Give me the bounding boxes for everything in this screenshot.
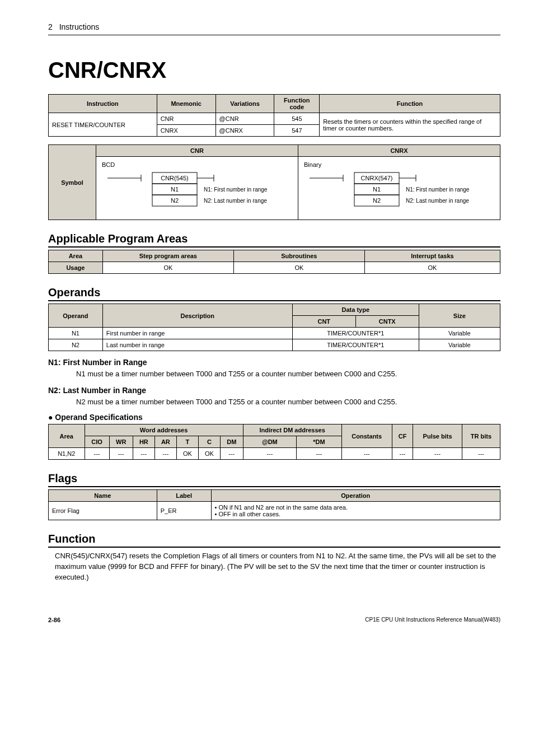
- svg-text:N2: Last number in range: N2: Last number in range: [204, 198, 267, 204]
- areas-h-1: Step program areas: [102, 250, 233, 262]
- symbol-cnr-diagram: CNR(545) N1 N2 N1: First number in range…: [102, 170, 292, 214]
- instr-mn-1: CNRX: [157, 125, 216, 137]
- instr-h-instruction: Instruction: [49, 95, 157, 113]
- areas-h-2: Subroutines: [233, 250, 364, 262]
- instr-var-1: @CNRX: [216, 125, 274, 137]
- svg-text:N2: Last number in range: N2: Last number in range: [406, 198, 469, 204]
- symbol-row-label: Symbol: [49, 145, 96, 220]
- n1-text: N1 must be a timer number between T000 a…: [76, 369, 500, 379]
- page-header: 2 Instructions: [48, 22, 500, 35]
- chapter-number: 2: [48, 22, 53, 31]
- os-h-c: C: [198, 436, 220, 448]
- os-r-t: OK: [176, 448, 198, 460]
- svg-text:N2: N2: [171, 197, 179, 204]
- fl-h-label: Label: [157, 490, 211, 502]
- chapter-title: Instructions: [59, 22, 100, 31]
- op-r1-desc: Last number in range: [102, 339, 292, 351]
- instr-name: RESET TIMER/COUNTER: [49, 113, 157, 137]
- footer-manual: CP1E CPU Unit Instructions Reference Man…: [365, 617, 500, 623]
- areas-v-0: OK: [102, 262, 233, 274]
- os-h-atdm: @DM: [243, 436, 297, 448]
- os-h-cio: CIO: [85, 436, 109, 448]
- os-r-const: ---: [341, 448, 392, 460]
- n1-title: N1: First Number in Range: [48, 358, 500, 367]
- fl-h-name: Name: [49, 490, 157, 502]
- symbol-cnr-header: CNR: [96, 145, 298, 157]
- instruction-table: Instruction Mnemonic Variations Function…: [48, 94, 500, 137]
- instr-code-1: 547: [274, 125, 320, 137]
- symbol-cnr-cell: BCD CNR(545) N1 N2 N1: First number in r…: [96, 157, 298, 220]
- op-h-dtype: Data type: [292, 304, 419, 316]
- instr-mn-0: CNR: [157, 113, 216, 125]
- svg-text:N2: N2: [373, 197, 381, 204]
- op-h-cntx: CNTX: [355, 316, 419, 328]
- op-h-size: Size: [419, 304, 500, 328]
- areas-title: Applicable Program Areas: [48, 232, 500, 248]
- os-r-atdm: ---: [243, 448, 297, 460]
- instr-h-mnemonic: Mnemonic: [157, 95, 216, 113]
- os-r-wr: ---: [109, 448, 133, 460]
- flags-title: Flags: [48, 472, 500, 487]
- op-r1-size: Variable: [419, 339, 500, 351]
- os-h-ar: AR: [154, 436, 176, 448]
- os-r-cio: ---: [85, 448, 109, 460]
- instr-h-function: Function: [320, 95, 500, 113]
- areas-table: Area Step program areas Subroutines Inte…: [48, 250, 500, 274]
- op-r0-desc: First number in range: [102, 328, 292, 339]
- symbol-table: Symbol CNR CNRX BCD CNR(545) N1 N2 N1: [48, 144, 500, 220]
- operands-table: Operand Description Data type Size CNT C…: [48, 304, 500, 351]
- op-r0-op: N1: [49, 328, 103, 339]
- op-h-desc: Description: [102, 304, 292, 328]
- os-h-word: Word addresses: [85, 424, 243, 436]
- os-r-hr: ---: [133, 448, 154, 460]
- fl-op2: OFF in all other cases.: [218, 511, 280, 517]
- fl-h-op: Operation: [211, 490, 500, 502]
- areas-v-2: OK: [364, 262, 500, 274]
- os-h-cf: CF: [392, 424, 413, 448]
- symbol-cnrx-diagram: CNRX(547) N1 N2 N1: First number in rang…: [304, 170, 494, 214]
- op-h-cnt: CNT: [292, 316, 355, 328]
- svg-text:CNR(545): CNR(545): [161, 175, 189, 181]
- flags-table: Name Label Operation Error Flag P_ER • O…: [48, 489, 500, 520]
- os-r-dm: ---: [220, 448, 243, 460]
- os-h-const: Constants: [341, 424, 392, 448]
- svg-text:N1: First number in range: N1: First number in range: [204, 186, 268, 193]
- os-r-ar: ---: [154, 448, 176, 460]
- fl-label: P_ER: [157, 502, 211, 520]
- os-h-indirect: Indirect DM addresses: [243, 424, 341, 436]
- symbol-cnrx-cell: Binary CNRX(547) N1 N2 N1: First number …: [298, 157, 500, 220]
- os-h-tr: TR bits: [462, 424, 500, 448]
- os-h-t: T: [176, 436, 198, 448]
- op-r0-dtype: TIMER/COUNTER*1: [292, 328, 419, 339]
- footer-page: 2-86: [48, 617, 60, 623]
- svg-text:N1: N1: [373, 186, 381, 193]
- os-r-stardm: ---: [297, 448, 342, 460]
- os-r-tr: ---: [462, 448, 500, 460]
- function-title: Function: [48, 533, 500, 548]
- os-h-area: Area: [49, 424, 85, 448]
- n2-text: N2 must be a timer number between T000 a…: [76, 397, 500, 407]
- op-h-operand: Operand: [49, 304, 103, 328]
- svg-text:N1: N1: [171, 186, 179, 193]
- areas-v-1: OK: [233, 262, 364, 274]
- symbol-cnrx-label: Binary: [304, 161, 494, 168]
- page-title: CNR/CNRX: [48, 58, 500, 83]
- instr-h-funccode: Function code: [274, 95, 320, 113]
- os-h-dm: DM: [220, 436, 243, 448]
- fl-op: • ON if N1 and N2 are not in the same da…: [211, 502, 500, 520]
- function-text: CNR(545)/CNRX(547) resets the Completion…: [55, 551, 500, 583]
- symbol-cnr-label: BCD: [102, 161, 292, 168]
- os-r-pulse: ---: [413, 448, 462, 460]
- areas-h-0: Area: [49, 250, 103, 262]
- os-h-stardm: *DM: [297, 436, 342, 448]
- opspec-title: Operand Specifications: [48, 413, 500, 422]
- instr-var-0: @CNR: [216, 113, 274, 125]
- os-h-hr: HR: [133, 436, 154, 448]
- instr-code-0: 545: [274, 113, 320, 125]
- operands-title: Operands: [48, 286, 500, 301]
- areas-h-3: Interrupt tasks: [364, 250, 500, 262]
- svg-text:CNRX(547): CNRX(547): [361, 175, 393, 181]
- svg-text:N1: First number in range: N1: First number in range: [406, 186, 470, 193]
- opspec-table: Area Word addresses Indirect DM addresse…: [48, 424, 500, 460]
- fl-op1: ON if N1 and N2 are not in the same data…: [218, 504, 348, 511]
